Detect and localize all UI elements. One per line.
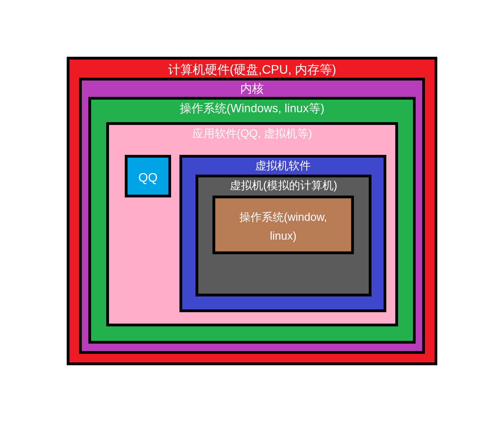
system-architecture-diagram: 计算机硬件(硬盘,CPU, 内存等) 内核 操作系统(Windows, linu… xyxy=(67,57,437,365)
layer-vm-software-label: 虚拟机软件 xyxy=(182,158,384,172)
layer-inner-os-label: 操作系统(window, linux) xyxy=(215,198,351,245)
layer-application-software-label: 应用软件(QQ, 虚拟机等) xyxy=(109,125,395,140)
layer-virtual-machine-label: 虚拟机(模拟的计算机) xyxy=(198,177,369,192)
layer-os-label: 操作系统(Windows, linux等) xyxy=(91,100,413,116)
layer-kernel-label: 内核 xyxy=(82,81,422,96)
layer-inner-os: 操作系统(window, linux) xyxy=(212,196,354,254)
box-qq-label: QQ xyxy=(128,158,168,185)
box-qq: QQ xyxy=(125,155,171,197)
layer-hardware-label: 计算机硬件(硬盘,CPU, 内存等) xyxy=(69,60,435,77)
